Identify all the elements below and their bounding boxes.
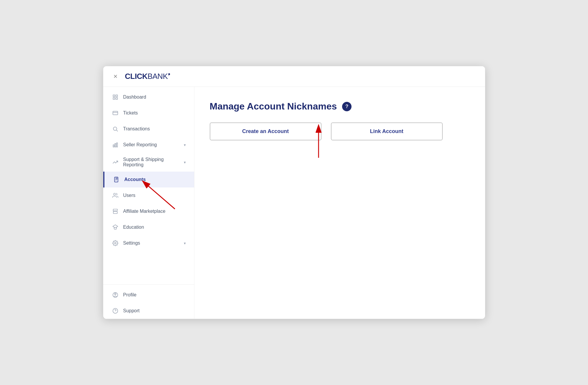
svg-point-20 — [114, 293, 116, 295]
close-button[interactable]: ✕ — [111, 72, 120, 81]
store-icon — [111, 208, 119, 215]
chevron-down-icon-3: ▾ — [184, 241, 186, 245]
grid-icon — [111, 93, 119, 101]
svg-rect-4 — [113, 111, 118, 115]
sidebar-item-tickets[interactable]: Tickets — [103, 105, 194, 121]
sidebar-item-support-shipping[interactable]: Support & Shipping Reporting ▾ — [103, 153, 194, 172]
logo: CLICKBANK. — [125, 72, 170, 81]
sidebar: Dashboard Tickets — [103, 87, 194, 319]
sidebar-item-education[interactable]: Education — [103, 219, 194, 235]
top-bar: ✕ CLICKBANK. — [103, 66, 485, 87]
svg-marker-17 — [113, 225, 118, 228]
logo-text: CLICKBANK. — [125, 72, 170, 81]
svg-line-7 — [116, 130, 118, 132]
gear-icon — [111, 239, 119, 247]
sidebar-item-transactions[interactable]: Transactions — [103, 121, 194, 137]
svg-rect-0 — [113, 95, 115, 97]
sidebar-item-settings[interactable]: Settings ▾ — [103, 235, 194, 251]
ticket-icon — [111, 109, 119, 117]
svg-point-15 — [114, 193, 116, 195]
sidebar-item-support[interactable]: Support — [103, 303, 194, 319]
sidebar-item-profile[interactable]: Profile — [103, 287, 194, 303]
action-buttons-container: Create an Account Link Account — [210, 122, 443, 140]
trend-icon — [111, 158, 119, 166]
sidebar-item-seller-reporting[interactable]: Seller Reporting ▾ — [103, 137, 194, 153]
help-circle-icon — [111, 307, 119, 315]
chevron-down-icon: ▾ — [184, 143, 186, 147]
sidebar-bottom: Profile Support — [103, 284, 194, 319]
link-account-button[interactable]: Link Account — [331, 122, 443, 140]
sidebar-item-accounts[interactable]: Accounts — [103, 172, 194, 187]
svg-rect-10 — [116, 143, 117, 147]
svg-rect-3 — [116, 98, 117, 99]
svg-point-6 — [113, 127, 117, 130]
page-title-row: Manage Account Nicknames ? — [210, 101, 470, 112]
sidebar-item-dashboard[interactable]: Dashboard — [103, 89, 194, 105]
chevron-down-icon-2: ▾ — [184, 160, 186, 165]
sidebar-item-affiliate-marketplace[interactable]: Affiliate Marketplace — [103, 203, 194, 219]
create-account-button[interactable]: Create an Account — [210, 122, 322, 140]
svg-rect-9 — [115, 144, 116, 147]
user-circle-icon — [111, 291, 119, 299]
help-icon-button[interactable]: ? — [342, 102, 352, 111]
sidebar-item-users[interactable]: Users — [103, 187, 194, 203]
app-window: ✕ CLICKBANK. Dashboard — [103, 66, 485, 319]
main-layout: Dashboard Tickets — [103, 87, 485, 319]
svg-rect-16 — [113, 211, 117, 214]
main-content: Manage Account Nicknames ? Create an Acc… — [194, 87, 485, 319]
svg-rect-1 — [116, 95, 117, 97]
logo-dot: . — [168, 73, 170, 75]
svg-rect-2 — [113, 98, 115, 99]
action-buttons: Create an Account Link Account — [210, 122, 443, 140]
svg-point-18 — [114, 243, 116, 244]
account-book-icon — [113, 176, 120, 183]
page-title: Manage Account Nicknames — [210, 101, 337, 112]
svg-rect-8 — [113, 145, 114, 147]
graduation-icon — [111, 223, 119, 231]
sidebar-top: Dashboard Tickets — [103, 89, 194, 284]
bar-chart-icon — [111, 141, 119, 149]
users-icon — [111, 192, 119, 199]
search-icon — [111, 125, 119, 133]
